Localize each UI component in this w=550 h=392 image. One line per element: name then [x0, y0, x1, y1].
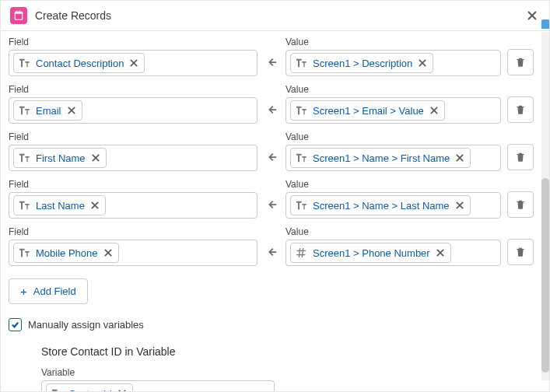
text-type-icon [17, 56, 31, 70]
field-pill[interactable]: First Name [13, 148, 107, 168]
field-column: FieldMobile Phone [9, 226, 257, 266]
value-pill-text: Screen1 > Description [313, 58, 412, 69]
value-input[interactable]: Screen1 > Phone Number [286, 240, 501, 266]
number-type-icon [294, 246, 308, 260]
delete-row-button[interactable] [507, 239, 534, 265]
field-column: FieldLast Name [9, 179, 257, 219]
field-input[interactable]: Last Name [9, 192, 257, 219]
field-column: FieldEmail [9, 84, 257, 124]
variable-block: Variable ContactId [41, 367, 275, 391]
delete-row-button[interactable] [507, 49, 534, 75]
delete-row-button[interactable] [507, 191, 534, 218]
manually-assign-row: Manually assign variables [9, 318, 534, 331]
value-pill[interactable]: Screen1 > Name > Last Name [290, 195, 471, 215]
text-type-icon [294, 198, 308, 212]
field-column: FieldFirst Name [9, 131, 257, 171]
remove-pill-icon[interactable] [454, 200, 465, 211]
value-column: ValueScreen1 > Email > Value [286, 84, 501, 124]
delete-column [507, 143, 534, 171]
value-label: Value [286, 179, 501, 190]
delete-row-button[interactable] [507, 96, 534, 123]
field-input[interactable]: Email [9, 97, 257, 124]
value-column: ValueScreen1 > Description [286, 37, 501, 76]
close-button[interactable] [524, 8, 540, 23]
field-row: FieldEmailValueScreen1 > Email > Value [9, 84, 534, 124]
value-input[interactable]: Screen1 > Email > Value [286, 97, 501, 124]
remove-pill-icon[interactable] [429, 105, 440, 116]
remove-pill-icon[interactable] [66, 105, 77, 116]
remove-pill-icon[interactable] [454, 152, 465, 163]
panel-header: Create Records [1, 1, 549, 31]
field-column: FieldContact Description [9, 37, 257, 76]
text-type-icon [17, 246, 31, 260]
field-input[interactable]: Mobile Phone [9, 240, 257, 266]
text-type-icon [294, 103, 308, 117]
field-label: Field [9, 37, 257, 47]
value-label: Value [286, 131, 501, 142]
field-pill-text: Email [36, 105, 61, 117]
scroll-thumb[interactable] [541, 178, 549, 373]
value-pill-text: Screen1 > Name > First Name [313, 152, 450, 164]
field-pill-text: Contact Description [36, 58, 124, 69]
value-column: ValueScreen1 > Name > First Name [286, 131, 501, 171]
variable-input[interactable]: ContactId [41, 380, 275, 391]
remove-pill-icon[interactable] [89, 200, 100, 211]
value-pill[interactable]: Screen1 > Name > First Name [290, 148, 471, 168]
arrow-left-icon [264, 48, 279, 76]
field-input[interactable]: First Name [9, 145, 257, 171]
manually-assign-checkbox[interactable] [9, 318, 22, 331]
delete-column [507, 238, 534, 266]
text-type-icon [294, 56, 308, 70]
text-type-icon [17, 151, 31, 165]
value-input[interactable]: Screen1 > Description [286, 50, 501, 76]
value-column: ValueScreen1 > Name > Last Name [286, 179, 501, 219]
value-pill[interactable]: Screen1 > Phone Number [290, 243, 451, 263]
arrow-left-icon [264, 191, 279, 219]
variable-pill-text: ContactId [68, 388, 112, 392]
arrow-left-icon [264, 238, 279, 266]
remove-pill-icon[interactable] [435, 247, 446, 258]
delete-column [507, 48, 534, 76]
field-pill[interactable]: Mobile Phone [13, 243, 119, 263]
value-pill-text: Screen1 > Email > Value [313, 105, 424, 117]
field-pill[interactable]: Email [13, 100, 82, 121]
value-column: ValueScreen1 > Phone Number [286, 226, 501, 266]
remove-pill-icon[interactable] [128, 58, 139, 68]
text-type-icon [50, 387, 64, 391]
create-records-panel: Create Records FieldContact DescriptionV… [0, 0, 550, 392]
value-pill[interactable]: Screen1 > Email > Value [290, 100, 445, 121]
scrollbar[interactable] [541, 1, 549, 391]
remove-pill-icon[interactable] [117, 388, 128, 391]
field-pill-text: Mobile Phone [36, 247, 98, 259]
field-label: Field [9, 179, 257, 190]
delete-column [507, 191, 534, 219]
panel-title: Create Records [35, 9, 517, 22]
value-pill[interactable]: Screen1 > Description [290, 53, 433, 73]
remove-pill-icon[interactable] [417, 58, 428, 68]
remove-pill-icon[interactable] [103, 247, 114, 258]
add-field-label: Add Field [33, 285, 76, 297]
field-label: Field [9, 84, 257, 95]
delete-row-button[interactable] [507, 144, 534, 170]
variable-label: Variable [41, 367, 275, 378]
value-input[interactable]: Screen1 > Name > First Name [286, 145, 501, 171]
field-row: FieldLast NameValueScreen1 > Name > Last… [9, 179, 534, 219]
remove-pill-icon[interactable] [90, 152, 101, 163]
field-pill-text: First Name [36, 152, 86, 164]
value-input[interactable]: Screen1 > Name > Last Name [286, 192, 501, 219]
store-id-section-title: Store Contact ID in Variable [41, 345, 534, 358]
panel-body: FieldContact DescriptionValueScreen1 > D… [1, 32, 541, 391]
field-label: Field [9, 131, 257, 142]
field-pill-text: Last Name [36, 200, 85, 212]
value-pill-text: Screen1 > Phone Number [313, 247, 430, 259]
scroll-marker-icon [541, 19, 549, 29]
field-input[interactable]: Contact Description [9, 50, 257, 76]
value-label: Value [286, 37, 501, 47]
add-field-button[interactable]: + Add Field [9, 278, 88, 304]
plus-icon: + [20, 285, 27, 297]
variable-pill[interactable]: ContactId [46, 383, 133, 391]
value-pill-text: Screen1 > Name > Last Name [313, 200, 450, 212]
field-pill[interactable]: Last Name [13, 195, 106, 215]
field-pill[interactable]: Contact Description [13, 53, 145, 73]
field-row: FieldContact DescriptionValueScreen1 > D… [9, 37, 534, 76]
